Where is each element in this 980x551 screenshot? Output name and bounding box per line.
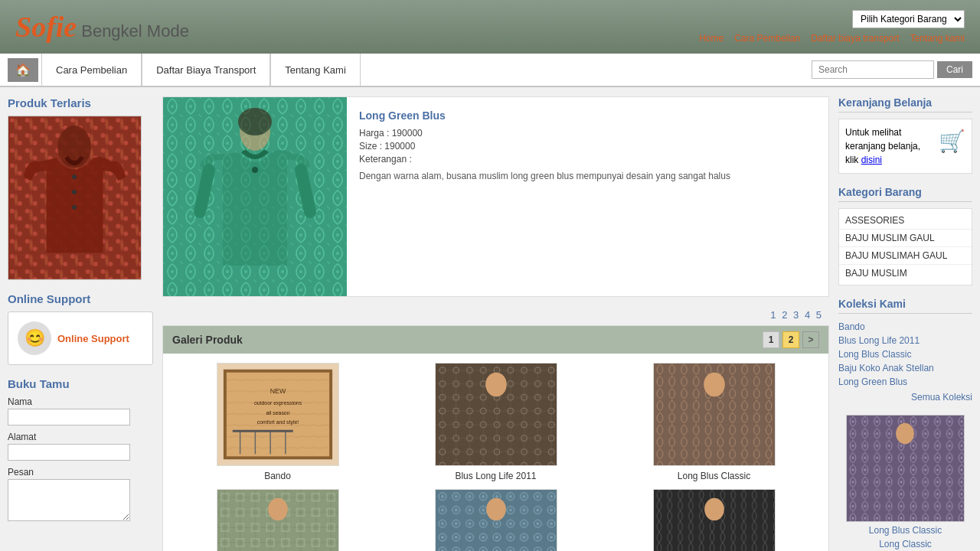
nama-input[interactable] [8,409,130,425]
svg-point-52 [896,423,914,445]
svg-point-40 [268,498,288,521]
gallery-header: Galeri Produk 1 2 > [163,326,828,354]
featured-product-thumbnail[interactable] [8,116,153,280]
svg-text:all season: all season [266,410,289,416]
gallery-pagination: 1 2 > [763,331,819,348]
featured-harga: Harga : 190000 [359,128,816,139]
keranjang-text-area: Untuk melihat keranjang belanja, klik di… [845,126,933,167]
nav-home[interactable]: Home [699,33,724,44]
gallery-img-blus [435,363,557,466]
semua-koleksi-link[interactable]: Semua Koleksi [838,392,972,403]
alamat-label: Alamat [8,432,153,442]
gallery-img-bando: NEW outdoor expressions all season comfo… [217,363,339,466]
gallery-item-row2c[interactable] [609,489,819,551]
tab-daftar-biaya[interactable]: Daftar Biaya Transport [142,54,270,86]
nama-field: Nama [8,396,153,425]
right-sidebar: Keranjang Belanja Untuk melihat keranjan… [838,96,972,551]
nama-label: Nama [8,396,153,407]
gallery-section: Galeri Produk 1 2 > [162,325,829,551]
page-4[interactable]: 4 [805,309,810,321]
kategori-dropdown[interactable]: Pilih Kategori Barang [852,10,965,28]
gallery-grid: NEW outdoor expressions all season comfo… [163,354,828,551]
featured-size: Size : 190000 [359,141,816,152]
kategori-assesories[interactable]: ASSESORIES [839,212,972,230]
featured-description: Dengan warna alam, busana muslim long gr… [359,169,816,183]
kategori-select[interactable]: Pilih Kategori Barang [852,10,965,28]
koleksi-title: Koleksi Kami [838,298,972,314]
page-5[interactable]: 5 [816,309,822,321]
featured-name[interactable]: Long Green Blus [359,109,816,122]
gallery-item-longblus[interactable]: Long Blus Classic [609,363,819,481]
tab-tentang-kami[interactable]: Tentang Kami [270,54,361,86]
pesan-textarea[interactable] [8,479,130,521]
koleksi-list: Bando Blus Long Life 2011 Long Blus Clas… [838,320,972,389]
home-button[interactable]: 🏠 [8,58,38,82]
gallery-item-row2a[interactable] [172,489,383,551]
svg-point-16 [252,167,258,173]
kategori-section: Kategori Barang ASSESORIES BAJU MUSLIM G… [838,186,972,285]
nav-tentang-kami[interactable]: Tentang kami [910,33,965,44]
koleksi-baju-koko[interactable]: Baju Koko Anak Stellan [838,361,972,375]
svg-point-36 [704,373,725,397]
logo-area: Sofie Bengkel Mode [15,10,189,44]
alamat-input[interactable] [8,444,130,461]
keranjang-section: Keranjang Belanja Untuk melihat keranjan… [838,96,972,174]
featured-image-box [163,97,347,296]
koleksi-bando[interactable]: Bando [838,320,972,334]
svg-point-5 [72,174,77,179]
page-1[interactable]: 1 [770,309,776,321]
featured-display: Long Green Blus Harga : 190000 Size : 19… [162,96,829,297]
keranjang-box: Untuk melihat keranjang belanja, klik di… [838,119,972,174]
search-button[interactable]: Cari [937,61,972,78]
page-3[interactable]: 3 [793,309,799,321]
svg-point-33 [485,373,507,397]
kategori-barang-title: Kategori Barang [838,186,972,202]
gallery-item-blus[interactable]: Blus Long Life 2011 [390,363,601,481]
kategori-baju-muslimah-gaul[interactable]: BAJU MUSLIMAH GAUL [839,247,972,265]
featured-info: Long Green Blus Harga : 190000 Size : 19… [347,97,828,296]
buku-tamu-title: Buku Tamu [8,377,153,390]
svg-text:comfort and style!: comfort and style! [256,419,299,425]
svg-point-6 [72,190,77,194]
svg-point-7 [72,205,77,210]
pagination: 1 2 3 4 5 [162,305,829,325]
gallery-next[interactable]: > [802,331,819,348]
alamat-field: Alamat [8,432,153,461]
keranjang-title: Keranjang Belanja [838,96,972,112]
koleksi-long-blus-classic[interactable]: Long Blus Classic [838,347,972,361]
gallery-page-1[interactable]: 1 [763,331,779,348]
support-icon: 😊 [18,321,51,355]
bottom-right-label: Long Blus Classic [838,525,972,536]
search-input[interactable] [812,60,934,79]
nav-daftar-biaya[interactable]: Daftar biaya transport [811,33,899,44]
featured-keterangan-label: Keterangan : [359,154,816,165]
support-box: 😊 Online Support [8,311,153,365]
header: Sofie Bengkel Mode Pilih Kategori Barang… [0,0,980,54]
cart-icon: 🛒 [939,126,965,158]
page-2[interactable]: 2 [782,309,787,321]
koleksi-long-green-blus[interactable]: Long Green Blus [838,375,972,389]
gallery-img-row2a [217,489,339,551]
keranjang-link[interactable]: disini [861,155,882,165]
kategori-baju-muslim[interactable]: BAJU MUSLIM [839,265,972,282]
main-content: Produk Terlaris [0,87,980,551]
tab-cara-pembelian[interactable]: Cara Pembelian [41,54,142,86]
gallery-item-row2b[interactable] [390,489,601,551]
gallery-item-bando[interactable]: NEW outdoor expressions all season comfo… [172,363,383,481]
bottom-right-product[interactable]: Long Blus Classic Long Classic [838,415,972,549]
svg-text:NEW: NEW [270,387,286,395]
search-area: Cari [812,60,972,79]
pesan-label: Pesan [8,467,153,478]
koleksi-blus-long-life[interactable]: Blus Long Life 2011 [838,334,972,347]
produk-terlaris-title: Produk Terlaris [8,96,153,109]
nav-cara-pembelian[interactable]: Cara Pembelian [734,33,800,44]
keranjang-text: Untuk melihat keranjang belanja, klik [845,127,920,165]
gallery-label-bando: Bando [264,471,291,481]
bottom-right-img [846,415,965,522]
koleksi-section: Koleksi Kami Bando Blus Long Life 2011 L… [838,298,972,403]
svg-text:outdoor expressions: outdoor expressions [253,400,302,406]
gallery-img-row2b [435,489,557,551]
gallery-page-2[interactable]: 2 [782,331,799,348]
gallery-label-blus: Blus Long Life 2011 [455,471,536,481]
kategori-baju-muslim-gaul[interactable]: BAJU MUSLIM GAUL [839,230,972,247]
